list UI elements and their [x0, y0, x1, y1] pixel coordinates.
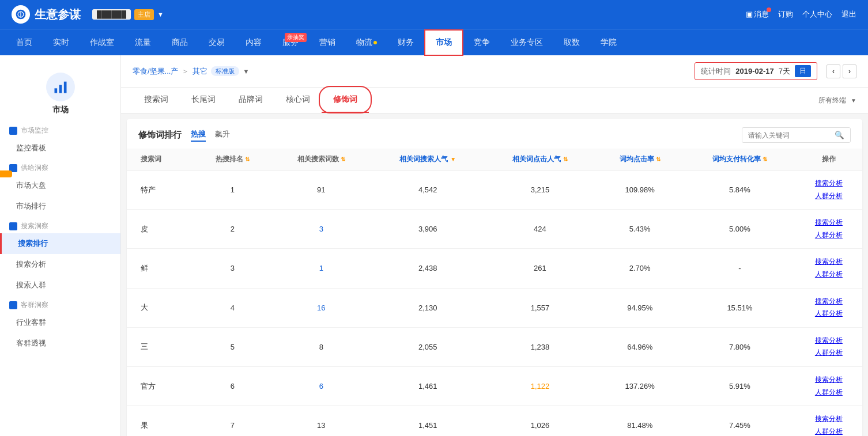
profile-link[interactable]: 个人中心	[802, 9, 832, 20]
tab-brand-word[interactable]: 品牌词	[227, 88, 274, 113]
store-badge[interactable]: 主店	[134, 9, 154, 20]
sidebar-item-industry-customer[interactable]: 行业客群	[0, 312, 120, 333]
app-logo: 生意参谋	[12, 5, 81, 24]
service-badge: 亲抽奖	[285, 33, 307, 42]
day-button[interactable]: 日	[795, 65, 811, 77]
sidebar-item-monitor-board[interactable]: 监控看板	[0, 138, 120, 158]
sidebar-item-market-bigboard[interactable]: 市场大盘	[0, 175, 120, 196]
action-crowd-analysis-4[interactable]: 人群分析	[815, 348, 843, 357]
clickpop-sort-icon[interactable]: ⇅	[563, 156, 568, 162]
table-title: 修饰词排行	[138, 130, 182, 141]
nav-compete[interactable]: 竞争	[463, 29, 500, 56]
cell-action-2: 搜索分析 人群分析	[795, 249, 862, 288]
content-header: 零食/坚果...产 ＞ 其它 标准版 ▼ 统计时间 2019-02-17 7天 …	[121, 55, 868, 88]
keyword-search-input[interactable]	[742, 128, 829, 142]
action-search-analysis-4[interactable]: 搜索分析	[815, 336, 843, 344]
sort-tab-rising[interactable]: 飙升	[215, 129, 230, 142]
nav-realtime[interactable]: 实时	[43, 29, 80, 56]
rank-sort-icon[interactable]: ⇅	[245, 156, 250, 162]
nav-logistics[interactable]: 物流	[346, 29, 387, 56]
action-search-analysis-2[interactable]: 搜索分析	[815, 257, 843, 266]
store-dropdown-icon[interactable]: ▼	[157, 11, 164, 18]
keyword-tabs: 搜索词 长尾词 品牌词 核心词 修饰词	[133, 88, 369, 113]
sidebar-item-search-crowd[interactable]: 搜索人群	[0, 275, 120, 295]
sidebar-item-search-analysis[interactable]: 搜索分析	[0, 254, 120, 275]
action-search-analysis-1[interactable]: 搜索分析	[815, 218, 843, 226]
terminal-label: 所有终端	[818, 96, 846, 105]
sidebar: 版本说明 市场 市场监控 监控看板 供给洞察 市场大盘 市场排行	[0, 55, 121, 436]
cell-searchpop-3: 2,130	[371, 288, 485, 327]
cell-count-3[interactable]: 16	[271, 288, 371, 327]
table-header-row: 搜索词 热搜排名 ⇅ 相关搜索词数 ⇅ 相关词搜索人气 ▼ 相关词点击人气 ⇅ …	[127, 149, 862, 170]
action-crowd-analysis-6[interactable]: 人群分析	[815, 427, 843, 435]
nav-marketing[interactable]: 营销	[309, 29, 346, 56]
action-search-analysis-6[interactable]: 搜索分析	[815, 415, 843, 423]
section-icon4	[9, 301, 17, 309]
sidebar-item-market-rank[interactable]: 市场排行	[0, 196, 120, 217]
tab-modifier-word[interactable]: 修饰词	[322, 88, 369, 113]
searchpop-sort-icon[interactable]: ▼	[450, 156, 456, 162]
payrate-sort-icon[interactable]: ⇅	[763, 156, 767, 162]
action-crowd-analysis-1[interactable]: 人群分析	[815, 231, 843, 239]
nav-service[interactable]: 服务亲抽奖	[272, 29, 309, 56]
cell-payrate-0: 5.84%	[684, 170, 795, 210]
action-search-analysis-0[interactable]: 搜索分析	[815, 179, 843, 187]
relcount-sort-icon[interactable]: ⇅	[341, 156, 345, 162]
terminal-dropdown-icon[interactable]: ▼	[851, 97, 856, 104]
cell-clickrate-4: 64.96%	[595, 327, 684, 366]
nav-market[interactable]: 市场	[424, 29, 463, 56]
nav-home[interactable]: 首页	[6, 29, 43, 56]
section-supply-insight: 供给洞察	[0, 158, 120, 175]
cell-action-6: 搜索分析 人群分析	[795, 406, 862, 436]
nav-bizzone[interactable]: 业务专区	[500, 29, 553, 56]
date-next-button[interactable]: ›	[843, 65, 856, 78]
action-crowd-analysis-0[interactable]: 人群分析	[815, 192, 843, 200]
breadcrumb-dropdown-icon[interactable]: ▼	[243, 68, 249, 75]
message-link[interactable]: ▣消息	[746, 9, 769, 20]
nav-content[interactable]: 内容	[235, 29, 272, 56]
action-crowd-analysis-5[interactable]: 人群分析	[815, 388, 843, 396]
cell-clickpop-0: 3,215	[485, 170, 596, 210]
action-search-analysis-3[interactable]: 搜索分析	[815, 297, 843, 305]
sort-tab-hot[interactable]: 热搜	[191, 129, 206, 142]
nav-product[interactable]: 商品	[161, 29, 198, 56]
nav-workroom[interactable]: 作战室	[80, 29, 124, 56]
cell-action-1: 搜索分析 人群分析	[795, 210, 862, 249]
top-nav-right: ▣消息 订购 个人中心 退出	[746, 9, 856, 20]
table-row: 三 5 8 2,055 1,238 64.96% 7.80% 搜索分析 人群分析	[127, 327, 862, 366]
keyword-search-button[interactable]: 🔍	[829, 128, 850, 142]
nav-academy[interactable]: 学院	[590, 29, 627, 56]
svg-rect-2	[54, 88, 57, 93]
sidebar-item-customer-insight[interactable]: 客群透视	[0, 333, 120, 354]
cell-payrate-2: -	[684, 249, 795, 288]
nav-trade[interactable]: 交易	[198, 29, 235, 56]
cell-rank-0: 1	[194, 170, 271, 210]
action-search-analysis-5[interactable]: 搜索分析	[815, 376, 843, 384]
cell-count-1[interactable]: 3	[271, 210, 371, 249]
action-crowd-analysis-2[interactable]: 人群分析	[815, 270, 843, 278]
tab-core-word[interactable]: 核心词	[274, 88, 322, 113]
date-prev-button[interactable]: ‹	[827, 65, 840, 78]
date-filter-value[interactable]: 2019-02-17	[735, 67, 774, 75]
sidebar-item-search-rank[interactable]: 搜索排行	[0, 233, 120, 254]
cell-action-5: 搜索分析 人群分析	[795, 366, 862, 405]
logout-link[interactable]: 退出	[841, 9, 856, 20]
cell-searchpop-4: 2,055	[371, 327, 485, 366]
nav-finance[interactable]: 财务	[387, 29, 424, 56]
nav-data[interactable]: 取数	[553, 29, 590, 56]
action-crowd-analysis-3[interactable]: 人群分析	[815, 309, 843, 317]
tab-search-word[interactable]: 搜索词	[133, 88, 180, 113]
table-row: 鲜 3 1 2,438 261 2.70% - 搜索分析 人群分析	[127, 249, 862, 288]
table-row: 果 7 13 1,451 1,026 81.48% 7.45% 搜索分析 人群分…	[127, 406, 862, 436]
store-selector[interactable]: ██████ 主店 ▼	[92, 9, 164, 20]
nav-traffic[interactable]: 流量	[124, 29, 161, 56]
cell-rank-6: 7	[194, 406, 271, 436]
cell-count-5[interactable]: 6	[271, 366, 371, 405]
section-icon	[9, 127, 17, 135]
cell-count-2[interactable]: 1	[271, 249, 371, 288]
cell-keyword-4: 三	[127, 327, 194, 366]
cell-rank-3: 4	[194, 288, 271, 327]
tab-longtail-word[interactable]: 长尾词	[180, 88, 227, 113]
clickrate-sort-icon[interactable]: ⇅	[656, 156, 661, 162]
buy-link[interactable]: 订购	[778, 9, 793, 20]
